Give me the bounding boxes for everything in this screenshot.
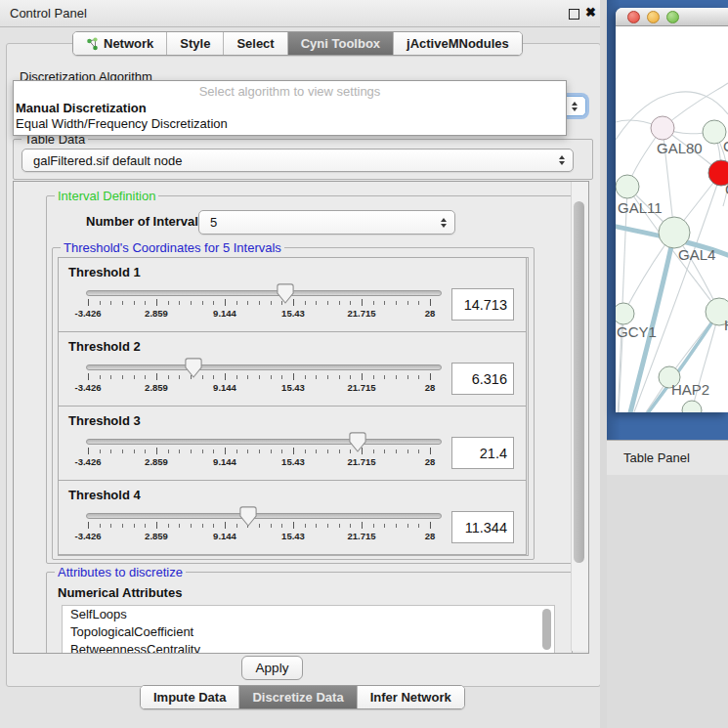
- tab-label: Style: [180, 36, 210, 51]
- slider-handle[interactable]: [349, 432, 366, 452]
- algorithm-option[interactable]: Manual Discretization: [16, 101, 147, 115]
- slider-tick: [373, 450, 374, 453]
- slider-track[interactable]: [86, 290, 442, 296]
- network-node[interactable]: [616, 303, 634, 324]
- numerical-attributes-list: SelfLoopsTopologicalCoefficientBetweenne…: [62, 605, 555, 654]
- node-label: GCY1: [617, 323, 657, 340]
- slider-tick: [145, 450, 146, 453]
- attributes-list-scrollbar[interactable]: [542, 609, 551, 650]
- tab-infer-network[interactable]: Infer Network: [358, 686, 464, 708]
- slider-tick-label: 9.144: [203, 382, 246, 393]
- slider-tick: [88, 373, 89, 380]
- network-node[interactable]: [616, 175, 639, 198]
- table-panel-titlebar: Table Panel: [607, 440, 728, 476]
- slider-track[interactable]: [86, 364, 442, 370]
- slider-tick-label: -3.426: [66, 531, 109, 541]
- slider-tick: [156, 522, 157, 529]
- slider-tick: [362, 373, 363, 380]
- slider-tick: [396, 375, 397, 379]
- attribute-list-item[interactable]: SelfLoops: [63, 606, 554, 623]
- slider-tick: [100, 450, 101, 453]
- slider-tick: [418, 450, 419, 453]
- tab-cyni-toolbox[interactable]: Cyni Toolbox: [288, 32, 394, 55]
- attribute-list-item[interactable]: BetweennessCentrality: [63, 641, 554, 654]
- slider-tick: [327, 301, 328, 305]
- network-node[interactable]: [682, 401, 702, 412]
- tab-style[interactable]: Style: [167, 32, 224, 55]
- attribute-list-item[interactable]: TopologicalCoefficient: [63, 623, 554, 641]
- slider-tick: [122, 301, 123, 305]
- slider-tick: [225, 299, 226, 306]
- slider-tick-label: 9.144: [203, 308, 246, 319]
- node-label: GAL11: [618, 199, 663, 216]
- algorithm-placeholder-option[interactable]: Select algorithm to view settings: [14, 84, 566, 99]
- slider-tick: [122, 524, 123, 528]
- slider-tick-label: -3.426: [66, 456, 109, 467]
- tab-label: Select: [236, 36, 274, 51]
- number-of-intervals-combo[interactable]: 5: [198, 210, 455, 235]
- slider-tick-label: 2.859: [135, 531, 178, 541]
- slider-handle[interactable]: [277, 283, 294, 304]
- slider-tick: [350, 375, 351, 379]
- threshold-value-input[interactable]: 21.4: [451, 437, 514, 469]
- slider-tick-label: 15.43: [272, 382, 315, 393]
- slider-track[interactable]: [86, 513, 442, 519]
- tab-discretize-data[interactable]: Discretize Data: [239, 686, 357, 708]
- slider-tick: [407, 375, 408, 379]
- slider-tick-label: 28: [408, 308, 451, 319]
- network-edge[interactable]: [617, 187, 627, 412]
- threshold-value-input[interactable]: 6.316: [451, 363, 514, 395]
- slider-tick: [168, 450, 169, 453]
- slider-tick: [179, 524, 180, 528]
- float-window-icon[interactable]: [569, 9, 579, 20]
- slider-track[interactable]: [86, 439, 442, 445]
- network-node[interactable]: [659, 217, 690, 248]
- close-traffic-light-icon[interactable]: [627, 11, 640, 23]
- network-canvas[interactable]: GAL80GCGAL11GAL4GCY1HHAP2: [616, 26, 728, 412]
- zoom-traffic-light-icon[interactable]: [666, 11, 679, 23]
- slider-tick: [316, 375, 317, 379]
- tab-label: Infer Network: [370, 690, 451, 705]
- minimize-traffic-light-icon[interactable]: [647, 11, 660, 23]
- table-data-combo[interactable]: galFiltered.sif default node: [21, 149, 574, 172]
- tab-impute-data[interactable]: Impute Data: [141, 686, 239, 708]
- slider-tick: [396, 450, 397, 453]
- slider-tick: [350, 524, 351, 528]
- slider-tick-label: 28: [408, 531, 451, 541]
- slider-tick: [122, 450, 123, 453]
- network-node[interactable]: [651, 116, 674, 140]
- slider-tick: [259, 450, 260, 453]
- slider-handle[interactable]: [239, 506, 257, 527]
- slider-tick: [191, 524, 192, 528]
- node-label: GAL80: [657, 140, 703, 156]
- threshold-row: Threshold 4-3.4262.8599.14415.4321.71528…: [58, 480, 527, 555]
- slider-tick-label: 21.715: [340, 456, 383, 467]
- slider-tick: [110, 301, 111, 305]
- panel-split-divider[interactable]: [600, 0, 607, 728]
- table-panel-title: Table Panel: [623, 441, 690, 476]
- threshold-value-input[interactable]: 14.713: [451, 288, 514, 321]
- slider-tick: [213, 375, 214, 379]
- tab-select[interactable]: Select: [224, 32, 287, 55]
- tab-jactivemnodules[interactable]: jActiveMNodules: [394, 32, 522, 55]
- slider-tick: [88, 448, 89, 454]
- network-icon: [86, 37, 99, 51]
- settings-scrollbar-thumb[interactable]: [574, 201, 584, 563]
- tab-network[interactable]: Network: [73, 32, 167, 55]
- control-panel-tabbar: NetworkStyleSelectCyni ToolboxjActiveMNo…: [72, 31, 523, 56]
- slider-tick: [316, 301, 317, 305]
- apply-button[interactable]: Apply: [241, 656, 303, 680]
- threshold-value-input[interactable]: 11.344: [451, 511, 514, 543]
- slider-tick: [362, 299, 363, 306]
- slider-tick-label: 15.43: [272, 308, 315, 319]
- slider-tick: [179, 375, 180, 379]
- slider-handle[interactable]: [185, 358, 202, 378]
- tab-label: Discretize Data: [252, 690, 343, 705]
- slider-tick: [202, 450, 203, 453]
- slider-tick-label: 9.144: [203, 531, 246, 541]
- slider-tick: [384, 375, 385, 379]
- algorithm-option[interactable]: Equal Width/Frequency Discretization: [16, 116, 228, 131]
- close-icon[interactable]: ✖: [585, 5, 596, 20]
- combo-arrows-icon: [572, 102, 578, 111]
- slider-tick: [134, 450, 135, 453]
